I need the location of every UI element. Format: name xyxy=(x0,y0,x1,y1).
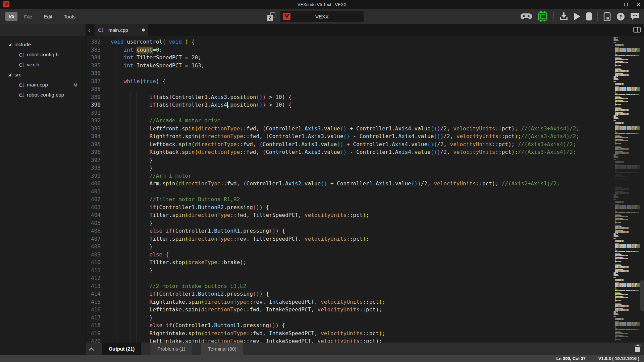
maximize-button[interactable] xyxy=(623,2,629,7)
help-icon[interactable]: ? xyxy=(616,12,625,21)
code-line-410[interactable]: Tilter.stop(brakeType::brake); xyxy=(111,258,608,266)
code-line-404[interactable]: Tilter.spin(directionType::fwd, TilterSp… xyxy=(111,211,608,219)
code-line-391[interactable] xyxy=(111,109,608,117)
line-number: 415 xyxy=(86,298,101,306)
code-line-413[interactable]: //2 motor intake buttons L1,L2 xyxy=(111,282,608,290)
code-line-411[interactable]: } xyxy=(111,266,608,275)
code-line-388[interactable] xyxy=(111,85,608,93)
panel-collapse-chevron-icon[interactable] xyxy=(90,347,94,351)
code-line-418[interactable]: else if(Controller1.ButtonL1.pressing())… xyxy=(111,321,608,329)
status-bar: Ln 390, Col 37 V1.0.3 ( 19.12.1916 ) xyxy=(0,355,644,362)
code-line-394[interactable]: Rightfront.spin(directionType::fwd, (Con… xyxy=(111,132,608,140)
code-line-389[interactable]: if(abs(Controller1.Axis3.position()) > 1… xyxy=(111,93,608,101)
scrollbar-thumb[interactable] xyxy=(640,280,644,311)
line-number: 417 xyxy=(86,314,101,322)
line-number: 395 xyxy=(86,140,101,148)
code-line-383[interactable]: int count=0; xyxy=(111,46,608,54)
tree-item-label: robot-config.h xyxy=(27,52,59,58)
code-line-417[interactable]: } xyxy=(111,314,608,322)
tree-item-vex-h[interactable]: C++vex.h xyxy=(0,60,85,70)
code-line-407[interactable]: Tilter.spin(directionType::rev, TilterSp… xyxy=(111,235,608,243)
battery-icon[interactable] xyxy=(603,12,611,21)
code-line-405[interactable]: } xyxy=(111,219,608,227)
line-number: 416 xyxy=(86,306,101,314)
code-line-416[interactable]: Leftintake.spin(directionType::fwd, Inta… xyxy=(111,306,608,314)
code-line-382[interactable]: void usercontrol( void ) { xyxy=(111,38,608,46)
code-editor[interactable]: 3823833843853863873883893903913923933943… xyxy=(86,36,644,343)
tabs-back-chevron-icon[interactable]: ‹ xyxy=(88,24,90,36)
code-line-414[interactable]: if(Controller1.ButtonL2.pressing()) { xyxy=(111,290,608,298)
toolbar-separator xyxy=(553,12,554,21)
code-line-398[interactable]: } xyxy=(111,164,608,172)
panel-tabs: Output (21)Problems (1)Terminal (80) xyxy=(102,343,243,355)
folder-expanded-twistie-icon xyxy=(8,43,11,46)
code-line-384[interactable]: int TilterSpeedPCT = 20; xyxy=(111,54,608,62)
code-line-419[interactable]: Rightintake.spin(directionType::fwd, Int… xyxy=(111,329,608,338)
vex-logo-icon xyxy=(283,13,290,20)
slot-indicator[interactable]: 2 xyxy=(267,12,277,21)
play-button[interactable] xyxy=(574,12,581,20)
tree-item-include[interactable]: include xyxy=(0,40,85,50)
svg-text:C: C xyxy=(98,27,101,33)
window-title: VEXcode V5 Text : VEXX xyxy=(0,0,644,9)
tree-item-label: robot-config.cpp xyxy=(27,92,64,98)
minimap[interactable] xyxy=(613,37,640,343)
controller-icon[interactable] xyxy=(521,13,532,20)
code-line-403[interactable]: if(Controller1.ButtonR2.pressing()) { xyxy=(111,203,608,212)
code-line-390[interactable]: if(abs(Controller1.Axis4.position()) > 1… xyxy=(111,101,608,109)
line-number: 396 xyxy=(86,148,101,156)
line-number: 390 xyxy=(86,101,101,109)
code-line-412[interactable] xyxy=(111,274,608,282)
panel-tab-output[interactable]: Output (21) xyxy=(102,343,141,355)
line-number: 414 xyxy=(86,290,101,298)
panel-tab-terminal[interactable]: Terminal (80) xyxy=(201,343,243,355)
code-line-387[interactable]: while(true) { xyxy=(111,77,608,85)
menu-edit[interactable]: Edit xyxy=(43,12,53,21)
line-number: 389 xyxy=(86,93,101,101)
split-editor-button[interactable] xyxy=(633,27,641,33)
code-line-402[interactable]: //Tilter motor Buttons R1,R2 xyxy=(111,195,608,203)
line-number: 393 xyxy=(86,125,101,133)
tab-main-cpp[interactable]: C + + main.cpp xyxy=(95,24,148,36)
code-line-408[interactable]: } xyxy=(111,243,608,251)
code-line-393[interactable]: Leftfront.spin(directionType::fwd, (Cont… xyxy=(111,125,608,133)
minimize-button[interactable]: — xyxy=(610,2,616,7)
code-area[interactable]: void usercontrol( void ) { int count=0; … xyxy=(101,36,608,343)
tree-item-label: src xyxy=(14,72,21,78)
code-line-406[interactable]: else if(Controller1.ButtonR1.pressing())… xyxy=(111,227,608,235)
stop-button[interactable] xyxy=(586,12,592,20)
code-line-399[interactable]: //Arm 1 motor xyxy=(111,172,608,180)
line-number: 385 xyxy=(86,62,101,70)
project-selector[interactable]: VEXX xyxy=(280,11,364,22)
code-line-400[interactable]: Arm.spin(directionType::fwd, (Controller… xyxy=(111,180,608,188)
line-number: 402 xyxy=(86,195,101,203)
menu-file[interactable]: File xyxy=(23,12,33,21)
code-line-401[interactable] xyxy=(111,188,608,196)
tree-item-main-cpp[interactable]: C++main.cppM xyxy=(0,80,85,90)
menu-tools[interactable]: Tools xyxy=(63,12,76,21)
v5-logo[interactable]: V5 xyxy=(5,12,17,21)
brain-connected-icon[interactable] xyxy=(538,11,548,21)
download-button[interactable] xyxy=(559,12,568,21)
line-number: 386 xyxy=(86,69,101,77)
code-line-395[interactable]: Leftback.spin(directionType::fwd, (Contr… xyxy=(111,140,608,148)
close-button[interactable]: ✕ xyxy=(636,2,641,7)
code-line-386[interactable] xyxy=(111,69,608,77)
code-line-397[interactable]: } xyxy=(111,156,608,164)
file-explorer: includeC++robot-config.hC++vex.hsrcC++ma… xyxy=(0,36,86,355)
code-line-420[interactable]: Leftintake.spin(directionType::rev, Inta… xyxy=(111,337,608,343)
code-line-409[interactable]: else { xyxy=(111,251,608,259)
panel-tab-problems[interactable]: Problems (1) xyxy=(151,343,192,355)
line-number: 397 xyxy=(86,156,101,164)
code-line-385[interactable]: int IntakeSpeedPCT = 163; xyxy=(111,62,608,70)
feedback-icon[interactable] xyxy=(631,12,639,20)
tree-item-robot-config-cpp[interactable]: C++robot-config.cpp xyxy=(0,90,85,100)
code-line-392[interactable]: //Arcade 4 motor drive xyxy=(111,117,608,125)
slot-number: 2 xyxy=(267,15,273,21)
clear-output-trash-button[interactable] xyxy=(635,346,640,352)
code-line-396[interactable]: Rightback.spin(directionType::fwd, (Cont… xyxy=(111,148,608,156)
tree-item-src[interactable]: src xyxy=(0,70,85,80)
tree-item-robot-config-h[interactable]: C++robot-config.h xyxy=(0,50,85,60)
cursor-position: Ln 390, Col 37 xyxy=(556,356,585,361)
code-line-415[interactable]: Rightintake.spin(directionType::rev, Int… xyxy=(111,298,608,306)
